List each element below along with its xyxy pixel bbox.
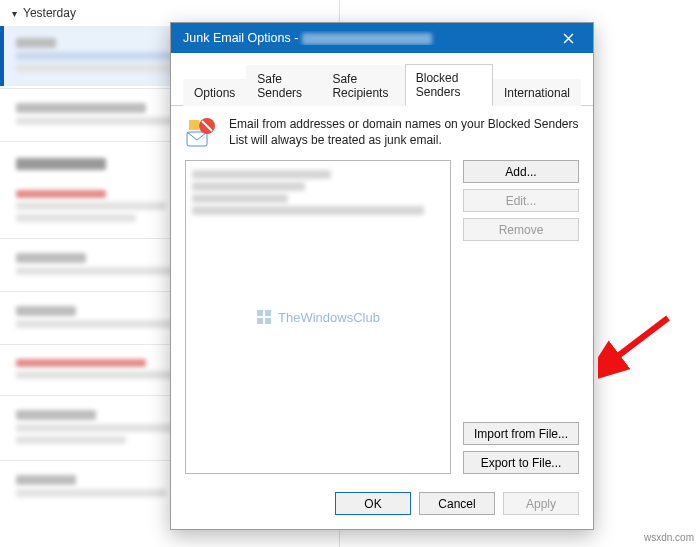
tab-international[interactable]: International [493, 79, 581, 106]
annotation-arrow-icon [598, 310, 678, 380]
caret-down-icon: ▾ [12, 8, 17, 19]
tab-options[interactable]: Options [183, 79, 246, 106]
info-row: Email from addresses or domain names on … [185, 116, 579, 150]
remove-button[interactable]: Remove [463, 218, 579, 241]
tab-safe-recipients[interactable]: Safe Recipients [321, 65, 404, 106]
svg-rect-6 [265, 318, 271, 324]
tab-strip: Options Safe Senders Safe Recipients Blo… [171, 53, 593, 106]
blocked-senders-listbox[interactable]: TheWindowsClub [185, 160, 451, 474]
dialog-button-row: OK Cancel Apply [171, 482, 593, 529]
cancel-button[interactable]: Cancel [419, 492, 495, 515]
watermark: TheWindowsClub [256, 309, 380, 325]
mail-section-label: Yesterday [23, 6, 76, 20]
tab-blocked-senders[interactable]: Blocked Senders [405, 64, 493, 106]
apply-button[interactable]: Apply [503, 492, 579, 515]
mid-row: TheWindowsClub Add... Edit... Remove Imp… [185, 160, 579, 474]
svg-line-7 [610, 318, 668, 362]
tab-content: Email from addresses or domain names on … [171, 106, 593, 482]
add-button[interactable]: Add... [463, 160, 579, 183]
svg-rect-2 [189, 120, 199, 130]
blocked-sender-icon [185, 116, 219, 150]
dialog-title: Junk Email Options - [183, 31, 551, 45]
import-from-file-button[interactable]: Import from File... [463, 422, 579, 445]
close-button[interactable] [551, 25, 585, 51]
svg-rect-5 [257, 318, 263, 324]
export-to-file-button[interactable]: Export to File... [463, 451, 579, 474]
redacted-account [302, 33, 432, 45]
dialog-titlebar: Junk Email Options - [171, 23, 593, 53]
image-credit: wsxdn.com [644, 532, 694, 543]
tab-safe-senders[interactable]: Safe Senders [246, 65, 321, 106]
edit-button[interactable]: Edit... [463, 189, 579, 212]
junk-email-options-dialog: Junk Email Options - Options Safe Sender… [170, 22, 594, 530]
side-button-column: Add... Edit... Remove Import from File..… [463, 160, 579, 474]
svg-rect-3 [257, 310, 263, 316]
windows-icon [256, 309, 272, 325]
ok-button[interactable]: OK [335, 492, 411, 515]
svg-rect-4 [265, 310, 271, 316]
info-text: Email from addresses or domain names on … [229, 116, 579, 150]
close-icon [563, 33, 574, 44]
